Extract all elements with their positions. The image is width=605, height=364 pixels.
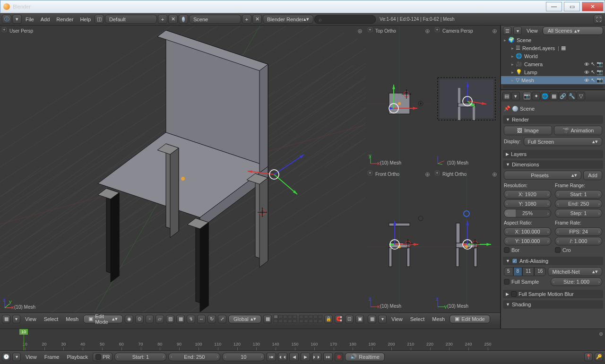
- split-area-icon[interactable]: ⊕: [357, 27, 363, 33]
- pivot-select[interactable]: ⊙: [135, 315, 144, 323]
- aa-size-input[interactable]: Size: 1.000: [551, 277, 602, 286]
- aa-filter-select[interactable]: Mitchell-Net▴▾: [548, 267, 602, 276]
- snap-icon[interactable]: 🧲: [335, 315, 343, 323]
- split-area-icon[interactable]: ⊕: [492, 27, 498, 33]
- play-button[interactable]: ▶: [301, 353, 310, 361]
- timeline-ruler[interactable]: 1020304050607080901001101201301401501601…: [0, 329, 605, 350]
- tab-constraints[interactable]: 🔗: [559, 92, 567, 100]
- layout-browse-icon[interactable]: ◫: [95, 15, 104, 24]
- border-checkbox[interactable]: [504, 247, 510, 253]
- render-engine-select[interactable]: Blender Render▴▾: [263, 15, 313, 24]
- region-toggle-icon[interactable]: +: [368, 171, 372, 175]
- region-toggle-icon[interactable]: +: [2, 27, 7, 32]
- layout-add-button[interactable]: +: [158, 15, 167, 24]
- select-menu[interactable]: Select: [407, 316, 428, 322]
- auto-keyframe-button[interactable]: [335, 353, 343, 361]
- viewport-camera[interactable]: + ⊕ Camera Persp (10) Mesh: [433, 26, 500, 169]
- fps-base-input[interactable]: /: 1.000: [555, 237, 602, 245]
- layout-delete-button[interactable]: ✕: [168, 15, 178, 24]
- presets-add-button[interactable]: Add: [583, 171, 602, 180]
- eye-icon[interactable]: 👁: [584, 61, 589, 67]
- region-toggle-icon[interactable]: +: [435, 171, 440, 175]
- view-menu[interactable]: View: [389, 316, 406, 322]
- cursor-icon[interactable]: ↖: [591, 61, 595, 67]
- resolution-percentage-slider[interactable]: 25%: [504, 209, 551, 217]
- rotate-icon[interactable]: ↻: [207, 315, 216, 323]
- render-animation-button[interactable]: 🎬Animation: [554, 126, 602, 135]
- scene-browse-icon[interactable]: [179, 15, 188, 24]
- collapse-icon[interactable]: ▾: [12, 315, 20, 323]
- editor-type-icon[interactable]: ▤: [502, 92, 511, 100]
- jump-end-button[interactable]: ⏭: [323, 353, 333, 361]
- select-vert-icon[interactable]: ▫: [146, 315, 154, 323]
- pin-icon[interactable]: 📌: [504, 105, 510, 112]
- mode-select[interactable]: ▣Edit Mode: [449, 315, 490, 323]
- view-menu[interactable]: View: [23, 354, 40, 360]
- fps-input[interactable]: FPS: 24: [555, 227, 602, 236]
- split-area-icon[interactable]: ⊕: [425, 27, 431, 33]
- tab-object[interactable]: ▦: [550, 92, 558, 100]
- panel-render-header[interactable]: ▼Render: [503, 115, 603, 124]
- back-to-previous-button[interactable]: ⛶: [594, 15, 603, 24]
- viewport-right[interactable]: + ⊕ Right Ortho (10) Mesh yz: [433, 169, 500, 312]
- tab-render[interactable]: 📷: [523, 92, 531, 100]
- render-image-button[interactable]: 🖼Image: [504, 126, 552, 135]
- viewport-main[interactable]: + ⊕ User Persp (10) Mesh xzy: [0, 26, 366, 312]
- sync-mode-select[interactable]: 🔊Realtime: [345, 353, 384, 361]
- scrollbar[interactable]: [503, 85, 603, 88]
- editor-type-icon[interactable]: ▦: [2, 315, 10, 323]
- panel-aa-header[interactable]: ▼✓Anti-Aliasing: [503, 257, 603, 265]
- render-preview-icon[interactable]: ▣: [355, 315, 364, 323]
- outliner-item-world[interactable]: ▸🌐World: [501, 52, 605, 60]
- cursor-icon[interactable]: ↖: [591, 69, 595, 75]
- header-collapse-icon[interactable]: ▾: [12, 15, 22, 24]
- aspect-x-input[interactable]: X: 100.000: [504, 227, 551, 236]
- scene-add-button[interactable]: +: [242, 15, 251, 24]
- editor-type-icon[interactable]: 🕐: [2, 353, 10, 361]
- cursor-icon[interactable]: ↖: [591, 77, 595, 83]
- jump-start-button[interactable]: ⏮: [267, 353, 276, 361]
- layers-button[interactable]: ▦: [263, 315, 272, 323]
- menu-add[interactable]: Add: [38, 17, 53, 22]
- manipulator-icon[interactable]: ↯: [187, 315, 195, 323]
- region-toggle-icon[interactable]: +: [435, 27, 440, 32]
- timeline-current-input[interactable]: 10: [222, 353, 265, 361]
- aa-enable-checkbox[interactable]: ✓: [512, 258, 518, 264]
- editor-type-icon[interactable]: ⓘ: [2, 15, 11, 24]
- region-toggle-icon[interactable]: +: [368, 27, 372, 32]
- keyframe-prev-button[interactable]: ⏴⏴: [278, 353, 287, 361]
- frame-step-input[interactable]: Step: 1: [555, 209, 602, 217]
- collapse-icon[interactable]: ▾: [378, 315, 387, 323]
- mode-select[interactable]: ▣Edit Mode▴▾: [83, 315, 123, 323]
- display-select[interactable]: Full Screen▴▾: [524, 137, 602, 146]
- marker-button[interactable]: 📍: [584, 353, 593, 361]
- eye-icon[interactable]: 👁: [584, 69, 589, 75]
- resolution-y-input[interactable]: Y: 1080: [504, 199, 551, 208]
- presets-select[interactable]: Presets▴▾: [504, 171, 581, 180]
- screen-layout-select[interactable]: Default: [105, 15, 157, 24]
- frame-start-input[interactable]: Start: 1: [555, 190, 602, 199]
- scale-icon[interactable]: ⤢: [218, 315, 226, 323]
- play-reverse-button[interactable]: ◀: [289, 353, 299, 361]
- snap-type-icon[interactable]: ⊡: [345, 315, 354, 323]
- viewport-front[interactable]: + ⊕ Front Ortho (10) Mesh xz: [366, 169, 433, 312]
- timeline-end-input[interactable]: End: 250: [168, 353, 220, 361]
- lock-camera-icon[interactable]: 🔒: [324, 315, 333, 323]
- editor-type-icon[interactable]: ▦: [368, 315, 376, 323]
- outliner-item-lamp[interactable]: ▸💡Lamp👁↖📷: [501, 68, 605, 76]
- render-icon[interactable]: 📷: [596, 77, 603, 83]
- split-area-icon[interactable]: ⊕: [425, 171, 431, 176]
- split-area-icon[interactable]: ⊕: [599, 331, 603, 337]
- tab-modifiers[interactable]: 🔧: [568, 92, 576, 100]
- keyframe-next-button[interactable]: ⏵⏵: [312, 353, 321, 361]
- mesh-menu[interactable]: Mesh: [429, 316, 448, 322]
- select-menu[interactable]: Select: [41, 316, 61, 322]
- frame-end-input[interactable]: End: 250: [555, 199, 602, 208]
- menu-help[interactable]: Help: [77, 17, 94, 22]
- translate-icon[interactable]: ↔: [197, 315, 206, 323]
- view-menu[interactable]: View: [524, 28, 541, 34]
- panel-shading-header[interactable]: ▼Shading: [503, 300, 603, 309]
- outliner-item-renderlayers[interactable]: ▸☰RenderLayers|▦: [501, 44, 605, 52]
- tab-world[interactable]: 🌐: [541, 92, 549, 100]
- panel-layers-header[interactable]: ▶Layers: [503, 150, 603, 158]
